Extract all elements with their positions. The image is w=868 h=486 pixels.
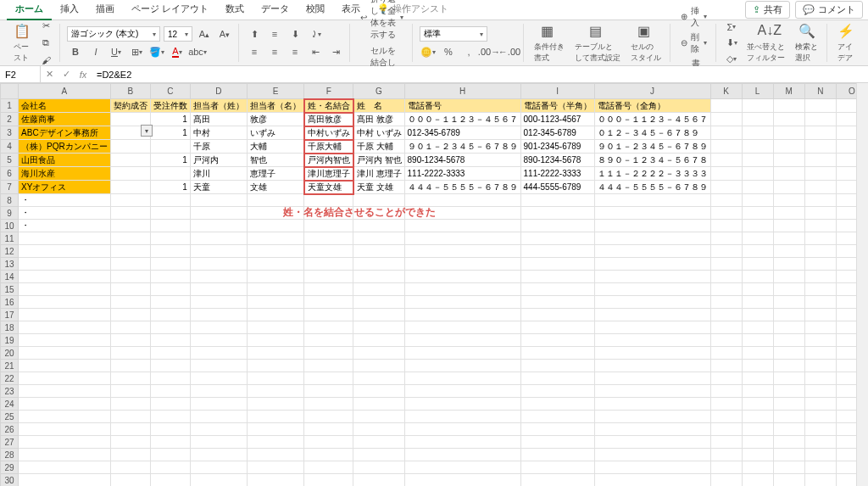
cell-M16[interactable]: [773, 296, 804, 309]
row-header-25[interactable]: 25: [1, 411, 19, 423]
cell-D14[interactable]: [190, 271, 247, 283]
row-header-12[interactable]: 12: [1, 245, 19, 258]
cell-L6[interactable]: [742, 167, 773, 181]
cell-F23[interactable]: [304, 385, 353, 398]
cell-H17[interactable]: [404, 309, 520, 321]
cell-I6[interactable]: 111-2222-3333: [520, 167, 594, 181]
cell-N10[interactable]: [804, 220, 836, 232]
row-header-2[interactable]: 2: [1, 113, 19, 126]
cell-N21[interactable]: [804, 360, 836, 372]
cell-E27[interactable]: [247, 436, 304, 449]
cell-D8[interactable]: [190, 194, 247, 207]
cell-I2[interactable]: 000-1123-4567: [520, 113, 594, 126]
cell-B26[interactable]: [110, 423, 150, 436]
cell-F13[interactable]: [304, 258, 353, 271]
cell-L14[interactable]: [742, 271, 773, 283]
cell-K11[interactable]: [710, 232, 742, 245]
cell-M15[interactable]: [773, 283, 804, 296]
cell-C18[interactable]: [150, 321, 190, 334]
indent-dec-button[interactable]: ⇤: [307, 44, 324, 59]
row-header-5[interactable]: 5: [1, 154, 19, 167]
cell-H30[interactable]: [404, 474, 520, 487]
cell-F25[interactable]: [304, 411, 353, 423]
underline-button[interactable]: U▾: [108, 44, 125, 59]
cell-D13[interactable]: [190, 258, 247, 271]
row-header-18[interactable]: 18: [1, 321, 19, 334]
col-header-K[interactable]: K: [710, 84, 742, 99]
font-name-select[interactable]: 游ゴシック (本文)▾: [67, 26, 160, 42]
cell-M9[interactable]: [773, 207, 804, 220]
cell-H1[interactable]: 電話番号: [404, 99, 520, 113]
cell-B29[interactable]: [110, 461, 150, 474]
cell-N7[interactable]: [804, 181, 836, 194]
cell-H18[interactable]: [404, 321, 520, 334]
cell-I20[interactable]: [520, 347, 594, 360]
spreadsheet-grid[interactable]: ABCDEFGHIJKLMNO1会社名契約成否受注件数担当者（姓）担当者（名）姓…: [0, 83, 868, 486]
wrap-text-button[interactable]: ↩折り返して全体を表示する▾: [357, 0, 407, 42]
cell-I19[interactable]: [520, 334, 594, 347]
cell-N15[interactable]: [804, 283, 836, 296]
cell-G3[interactable]: 中村 いずみ: [353, 126, 404, 140]
row-header-13[interactable]: 13: [1, 258, 19, 271]
cell-F12[interactable]: [304, 245, 353, 258]
cell-K7[interactable]: [710, 181, 742, 194]
cell-G18[interactable]: [353, 321, 404, 334]
cell-K5[interactable]: [710, 154, 742, 167]
cell-M2[interactable]: [773, 113, 804, 126]
cell-F1[interactable]: 姓・名結合: [304, 99, 353, 113]
cell-E2[interactable]: 敦彦: [247, 113, 304, 126]
cell-N12[interactable]: [804, 245, 836, 258]
row-header-22[interactable]: 22: [1, 372, 19, 385]
cell-E24[interactable]: [247, 398, 304, 411]
cell-M12[interactable]: [773, 245, 804, 258]
cell-J25[interactable]: [594, 411, 710, 423]
font-color-button[interactable]: A▾: [169, 44, 186, 59]
row-header-17[interactable]: 17: [1, 309, 19, 321]
bold-button[interactable]: B: [67, 44, 84, 59]
cell-F22[interactable]: [304, 372, 353, 385]
cell-M27[interactable]: [773, 436, 804, 449]
number-format-select[interactable]: 標準▾: [420, 26, 487, 42]
cell-E23[interactable]: [247, 385, 304, 398]
cell-A10[interactable]: ・: [19, 220, 111, 232]
cell-H7[interactable]: ４４４－５５５５－６７８９: [404, 181, 520, 194]
cell-F18[interactable]: [304, 321, 353, 334]
cell-J30[interactable]: [594, 474, 710, 487]
cell-M6[interactable]: [773, 167, 804, 181]
cell-M25[interactable]: [773, 411, 804, 423]
cell-M22[interactable]: [773, 372, 804, 385]
row-header-27[interactable]: 27: [1, 436, 19, 449]
cell-N20[interactable]: [804, 347, 836, 360]
cell-E26[interactable]: [247, 423, 304, 436]
cell-F2[interactable]: 髙田敦彦: [304, 113, 353, 126]
name-box[interactable]: F2: [0, 66, 41, 82]
cell-E13[interactable]: [247, 258, 304, 271]
cell-D30[interactable]: [190, 474, 247, 487]
cell-H2[interactable]: ０００－１１２３－４５６７: [404, 113, 520, 126]
cell-H25[interactable]: [404, 411, 520, 423]
cell-F29[interactable]: [304, 461, 353, 474]
cell-H14[interactable]: [404, 271, 520, 283]
cell-D27[interactable]: [190, 436, 247, 449]
fill-color-button[interactable]: 🪣▾: [148, 44, 165, 59]
cell-I18[interactable]: [520, 321, 594, 334]
cell-B24[interactable]: [110, 398, 150, 411]
cell-D7[interactable]: 天童: [190, 181, 247, 194]
cell-H20[interactable]: [404, 347, 520, 360]
cell-J23[interactable]: [594, 385, 710, 398]
cell-I23[interactable]: [520, 385, 594, 398]
cell-C4[interactable]: [150, 140, 190, 154]
clear-button[interactable]: ◇▾: [723, 52, 740, 67]
cell-B19[interactable]: [110, 334, 150, 347]
cell-D18[interactable]: [190, 321, 247, 334]
cell-I16[interactable]: [520, 296, 594, 309]
cell-K4[interactable]: [710, 140, 742, 154]
cell-A14[interactable]: [19, 271, 111, 283]
cell-G20[interactable]: [353, 347, 404, 360]
cell-F7[interactable]: 天童文雄: [304, 181, 353, 194]
cell-M7[interactable]: [773, 181, 804, 194]
cell-K27[interactable]: [710, 436, 742, 449]
share-button[interactable]: ⇪共有: [745, 1, 790, 19]
cut-button[interactable]: ✂: [37, 19, 54, 34]
cell-H16[interactable]: [404, 296, 520, 309]
